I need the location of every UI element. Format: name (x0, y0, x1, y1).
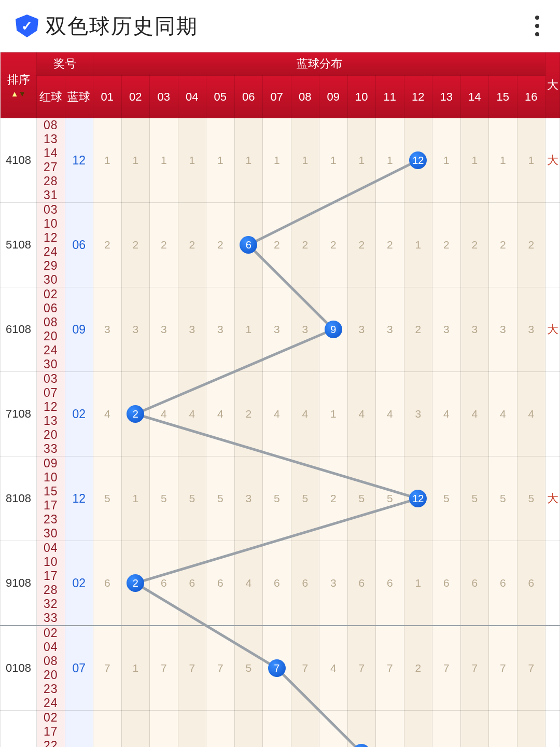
blue-dist-header: 蓝球分布 (93, 52, 545, 76)
sort-header[interactable]: 排序▲▼ (1, 52, 37, 118)
col-header-16: 16 (517, 76, 545, 118)
col-header-08: 08 (291, 76, 319, 118)
col-header-15: 15 (489, 76, 517, 118)
col-header-03: 03 (150, 76, 178, 118)
blue-ball: 6 (240, 236, 257, 254)
blue-ball: 12 (409, 490, 427, 507)
red-header: 红球 (37, 76, 65, 118)
blue-ball: 9 (325, 321, 342, 338)
table-row: 910804 10 17 28 32 33026266646636616666 (1, 541, 560, 626)
col-header-12: 12 (404, 76, 432, 118)
col-header-05: 05 (206, 76, 235, 118)
col-header-10: 10 (347, 76, 376, 118)
table-row: 610802 06 08 20 24 30093333313393323333大 (1, 287, 560, 372)
blue-ball: 10 (353, 744, 370, 747)
table-row: 710803 07 12 13 20 33024244424414434444 (1, 372, 560, 457)
table-row: 810809 10 15 17 23 301251555355255125555… (1, 457, 560, 541)
col-header-11: 11 (376, 76, 404, 118)
col-header-02: 02 (121, 76, 150, 118)
col-header-14: 14 (460, 76, 489, 118)
table-row: 410808 13 14 27 28 311211111111111121111… (1, 118, 560, 203)
prize-header: 奖号 (37, 52, 93, 76)
blue-ball: 7 (268, 659, 286, 677)
table-row: 110802 17 22 26 29 331082888618510838888… (1, 711, 560, 748)
col-header-09: 09 (319, 76, 348, 118)
table-row: 510803 10 12 24 29 30062222262222212222 (1, 203, 560, 287)
ext-header: 大 (545, 52, 560, 118)
blue-ball: 2 (127, 405, 144, 423)
verified-shield-icon (16, 15, 38, 37)
trend-table: 排序▲▼ 奖号 蓝球分布 大 红球 蓝球 0102030405060708091… (0, 52, 560, 747)
col-header-07: 07 (263, 76, 291, 118)
blue-ball: 12 (409, 151, 427, 169)
col-header-06: 06 (234, 76, 263, 118)
col-header-04: 04 (178, 76, 206, 118)
more-menu-button[interactable] (530, 10, 544, 42)
col-header-13: 13 (432, 76, 461, 118)
blue-ball: 2 (127, 574, 144, 592)
blue-header: 蓝球 (65, 76, 93, 118)
col-header-01: 01 (93, 76, 122, 118)
page-title: 双色球历史同期 (46, 12, 198, 40)
table-row: 010802 04 08 20 23 24077177757747727777 (1, 626, 560, 711)
